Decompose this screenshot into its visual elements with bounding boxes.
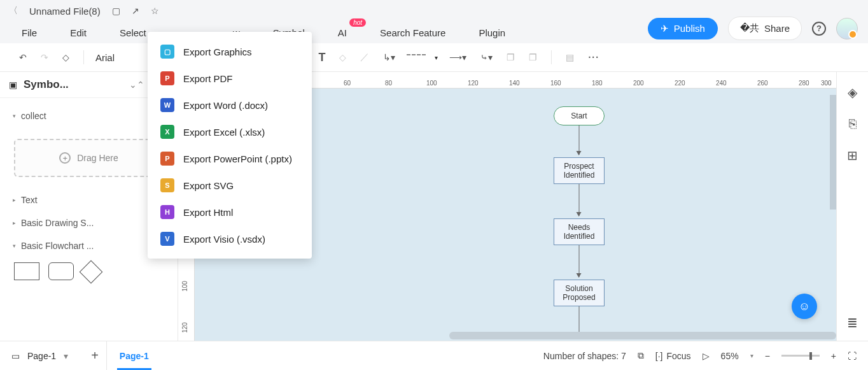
zoom-out-icon[interactable]: − xyxy=(765,351,770,361)
line-style-icon[interactable] xyxy=(407,54,426,60)
page-tab-1[interactable]: Page-1 xyxy=(117,344,151,370)
export-visio[interactable]: VExport Visio (.vsdx) xyxy=(148,225,312,252)
publish-label: Publish xyxy=(674,23,705,34)
flow-start[interactable]: Start xyxy=(554,106,605,125)
menu-right: ✈ Publish �共 Share ? xyxy=(648,17,858,40)
menu-ai[interactable]: AI hot xyxy=(338,27,347,38)
chevrons-icon[interactable]: ⌄⌃ xyxy=(129,80,144,90)
svg-file-icon: S xyxy=(160,178,174,192)
menu-file[interactable]: File xyxy=(22,27,37,38)
save-icon[interactable]: ▢ xyxy=(112,6,120,16)
flow-arrow-1[interactable] xyxy=(579,125,580,155)
flow-solution[interactable]: SolutionProposed xyxy=(554,280,605,306)
layers-icon[interactable]: ⧉ xyxy=(638,350,644,361)
back-icon[interactable]: 〈 xyxy=(9,5,18,17)
shape-diamond[interactable] xyxy=(80,260,103,284)
right-rail: ◈ ⎘ ⊞ ≣ xyxy=(836,72,868,341)
theme-icon[interactable]: ◈ xyxy=(848,85,857,100)
connector-icon[interactable]: ↳▾ xyxy=(381,50,398,65)
flow-arrow-2[interactable] xyxy=(579,184,580,216)
format-toolbar: ↶ ↷ ◇ Arial U A T̶ ≡ ≣▾ T ◇ ／ ↳▾ ▾ ⟶▾ ⤷▾… xyxy=(0,43,868,72)
share-label: Share xyxy=(764,23,790,34)
help-icon[interactable]: ? xyxy=(812,22,826,36)
front-layer-icon[interactable]: ❐ xyxy=(526,50,540,65)
menu-ai-label: AI xyxy=(338,27,347,38)
hot-badge: hot xyxy=(349,18,366,27)
paper-plane-icon: ✈ xyxy=(661,23,669,34)
text-tool-icon[interactable]: T xyxy=(316,48,328,67)
open-external-icon[interactable]: ↗ xyxy=(132,6,139,16)
back-layer-icon[interactable]: ❐ xyxy=(504,50,517,65)
flow-prospect[interactable]: ProspectIdentified xyxy=(554,157,605,184)
file-name[interactable]: Unnamed File(8) xyxy=(29,6,101,17)
apps-icon[interactable]: ⊞ xyxy=(847,148,858,163)
fill-icon[interactable]: ◇ xyxy=(337,50,349,65)
export-html[interactable]: HExport Html xyxy=(148,199,312,225)
more-icon[interactable]: ··· xyxy=(585,50,602,65)
shapes-row xyxy=(0,257,178,285)
focus-group[interactable]: [·] Focus xyxy=(655,351,691,361)
pdf-file-icon: P xyxy=(160,71,174,85)
avatar[interactable] xyxy=(836,18,858,39)
arrow-style-icon[interactable]: ⟶▾ xyxy=(447,50,469,65)
word-file-icon: W xyxy=(160,98,174,112)
excel-file-icon: X xyxy=(160,125,174,139)
sidebar-title: Symbo... xyxy=(24,78,123,91)
menu-search-feature[interactable]: Search Feature xyxy=(380,27,445,38)
library-icon: ▣ xyxy=(9,80,17,90)
star-icon[interactable]: ☆ xyxy=(151,6,159,16)
h-scrollbar[interactable] xyxy=(449,332,836,339)
graphics-file-icon: ▢ xyxy=(160,45,174,59)
export-rail-icon[interactable]: ⎘ xyxy=(849,117,857,131)
export-excel[interactable]: XExport Excel (.xlsx) xyxy=(148,118,312,145)
page-tabs: Page-1 xyxy=(107,351,162,361)
brush-icon[interactable]: ／ xyxy=(358,49,372,66)
flow-arrow-3[interactable] xyxy=(579,245,580,277)
drag-here-label: Drag Here xyxy=(77,153,118,163)
zoom-slider[interactable] xyxy=(781,355,820,357)
export-word[interactable]: WExport Word (.docx) xyxy=(148,92,312,118)
zoom-in-icon[interactable]: + xyxy=(831,351,836,361)
drag-here-target[interactable]: + Drag Here xyxy=(14,139,164,177)
html-file-icon: H xyxy=(160,205,174,219)
page-dropdown[interactable]: ▭ Page-1 ▾ + xyxy=(11,341,107,370)
visio-file-icon: V xyxy=(160,232,174,246)
export-pdf[interactable]: PExport PDF xyxy=(148,65,312,92)
status-bar: ▭ Page-1 ▾ + Page-1 Number of shapes: 7 … xyxy=(0,341,868,370)
export-powerpoint[interactable]: PExport PowerPoint (.pptx) xyxy=(148,145,312,172)
plus-icon: + xyxy=(59,152,71,164)
export-svg[interactable]: SExport SVG xyxy=(148,172,312,199)
menu-select[interactable]: Select xyxy=(120,27,146,38)
fullscreen-icon[interactable]: ⛶ xyxy=(848,351,857,361)
share-button[interactable]: �共 Share xyxy=(728,17,802,40)
publish-button[interactable]: ✈ Publish xyxy=(648,18,718,39)
shape-count: Number of shapes: 7 xyxy=(543,351,626,361)
zoom-level[interactable]: 65% xyxy=(721,351,739,361)
ppt-file-icon: P xyxy=(160,152,174,166)
export-graphics[interactable]: ▢Export Graphics xyxy=(148,38,312,65)
assistant-bubble[interactable]: ☺ xyxy=(792,294,817,319)
share-icon: �共 xyxy=(740,22,759,34)
menu-plugin[interactable]: Plugin xyxy=(479,27,505,38)
redo-icon[interactable]: ↷ xyxy=(38,50,51,65)
add-page-icon[interactable]: + xyxy=(91,348,99,363)
export-menu: ▢Export Graphics PExport PDF WExport Wor… xyxy=(148,32,312,259)
shape-round-rect[interactable] xyxy=(48,262,74,280)
play-icon[interactable]: ▷ xyxy=(703,351,710,361)
endpoint-icon[interactable]: ⤷▾ xyxy=(478,50,495,65)
v-scrollbar[interactable] xyxy=(830,95,836,210)
align-objects-icon[interactable]: ▤ xyxy=(563,50,577,65)
undo-icon[interactable]: ↶ xyxy=(17,50,29,65)
shape-rect[interactable] xyxy=(14,262,39,280)
pages-icon: ▭ xyxy=(11,351,20,361)
format-painter-icon[interactable]: ◇ xyxy=(60,50,72,65)
paper: Start ProspectIdentified NeedsIdentified… xyxy=(322,89,836,341)
flow-needs[interactable]: NeedsIdentified xyxy=(554,218,605,245)
settings-rail-icon[interactable]: ≣ xyxy=(847,315,858,331)
menu-bar: File Edit Select View w Symbol AI hot Se… xyxy=(0,22,868,43)
menu-edit[interactable]: Edit xyxy=(70,27,87,38)
